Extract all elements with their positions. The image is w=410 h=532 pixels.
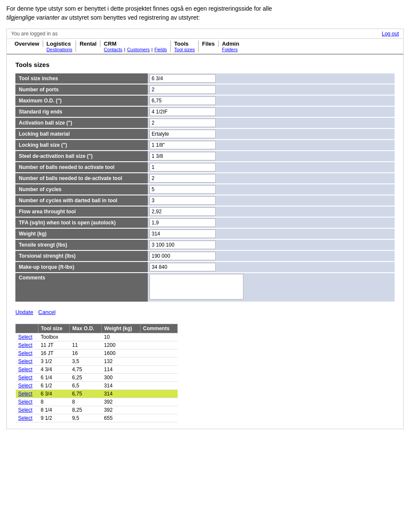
nav-overview-label[interactable]: Overview <box>15 41 39 47</box>
form-label: Number of ports <box>15 84 148 95</box>
select-link[interactable]: Select <box>18 383 32 389</box>
select-link[interactable]: Select <box>18 350 32 356</box>
form-input[interactable] <box>149 174 216 183</box>
list-comments <box>140 414 177 422</box>
list-select-cell: Select <box>16 341 38 349</box>
form-input[interactable] <box>149 152 216 160</box>
form-label: Locking ball size (") <box>15 140 148 151</box>
list-comments <box>140 366 177 374</box>
form-row: Flow area throught tool <box>15 206 395 217</box>
form-input[interactable] <box>149 185 216 194</box>
app-container: You are logged in as Log out Overview Lo… <box>6 29 404 429</box>
form-row: Locking ball size (") <box>15 140 395 151</box>
nav-crm-contacts[interactable]: Contacts <box>104 47 122 52</box>
list-item: Select6 3/46,75314 <box>16 390 178 398</box>
list-weight: 114 <box>102 366 141 374</box>
list-select-cell: Select <box>16 398 38 406</box>
form-input[interactable] <box>149 141 216 149</box>
form-value-cell <box>148 84 395 95</box>
list-weight: 300 <box>102 374 141 382</box>
list-tool-size: Toolbox <box>38 333 70 341</box>
nav-tools-label[interactable]: Tools <box>174 41 189 47</box>
col-comments: Comments <box>140 324 177 333</box>
nav-crm-label[interactable]: CRM <box>104 41 117 47</box>
form-input[interactable] <box>149 252 216 260</box>
select-link[interactable]: Select <box>18 391 32 397</box>
form-value-cell <box>148 184 395 195</box>
form-input[interactable] <box>149 108 216 116</box>
cancel-link[interactable]: Cancel <box>38 309 56 315</box>
form-input[interactable] <box>149 263 216 271</box>
form-row: Activation ball size (") <box>15 117 395 128</box>
form-label: Number of cycles with darted ball in too… <box>15 195 148 206</box>
select-link[interactable]: Select <box>18 358 32 364</box>
form-input[interactable] <box>149 163 216 172</box>
nav-crm-fields[interactable]: Fields <box>154 47 167 52</box>
form-input[interactable] <box>149 85 216 94</box>
form-input[interactable] <box>149 230 216 238</box>
list-weight: 1200 <box>102 341 141 349</box>
update-link[interactable]: Update <box>15 309 33 315</box>
form-input[interactable] <box>149 241 216 249</box>
form-input[interactable] <box>149 218 216 227</box>
nav-files-label[interactable]: Files <box>202 41 215 47</box>
select-link[interactable]: Select <box>18 407 32 413</box>
nav-crm: CRM Contacts | Customers | Fields <box>100 41 171 52</box>
nav-admin-folders[interactable]: Folders <box>222 47 238 52</box>
list-comments <box>140 333 177 341</box>
form-label: Tensile strengt (lbs) <box>15 239 148 250</box>
form-row: Number of balls needed to activate tool <box>15 162 395 173</box>
nav-logistics-subs: Destinations <box>47 47 73 52</box>
select-link[interactable]: Select <box>18 334 32 340</box>
nav-logistics-destinations[interactable]: Destinations <box>47 47 73 52</box>
form-label: Standard rig ends <box>15 106 148 117</box>
form-input[interactable] <box>149 119 216 127</box>
logout-link[interactable]: Log out <box>382 31 399 37</box>
comments-label: Comments <box>15 273 148 302</box>
action-links: Update Cancel <box>15 309 395 315</box>
form-row: Tool size inches <box>15 73 395 84</box>
form-value-cell <box>148 217 395 228</box>
list-max-od: 6,25 <box>70 374 102 382</box>
list-weight: 392 <box>102 398 141 406</box>
form-label: Maximum O.D. (") <box>15 95 148 106</box>
list-comments <box>140 374 177 382</box>
nav-rental[interactable]: Rental <box>76 41 100 47</box>
nav-logistics-label[interactable]: Logistics <box>47 41 71 47</box>
list-tool-size: 11 JT <box>38 341 70 349</box>
form-input[interactable] <box>149 96 216 105</box>
select-link[interactable]: Select <box>18 399 32 405</box>
list-max-od: 11 <box>70 341 102 349</box>
nav-rental-label[interactable]: Rental <box>79 41 97 47</box>
nav-tools-tool-sizes[interactable]: Tool sizes <box>174 47 195 52</box>
form-row: Standard rig ends <box>15 106 395 117</box>
list-item: Select4 3/44,75114 <box>16 366 178 374</box>
nav-files[interactable]: Files <box>199 41 219 47</box>
list-weight: 132 <box>102 358 141 366</box>
form-row: Maximum O.D. (") <box>15 95 395 106</box>
select-link[interactable]: Select <box>18 366 32 372</box>
comments-textarea[interactable] <box>149 274 243 299</box>
list-max-od: 16 <box>70 349 102 358</box>
nav-admin-label[interactable]: Admin <box>222 41 239 47</box>
list-weight: 655 <box>102 414 141 422</box>
list-comments <box>140 341 177 349</box>
select-link[interactable]: Select <box>18 415 32 421</box>
nav-crm-customers[interactable]: Customers <box>127 47 149 52</box>
form-input[interactable] <box>149 196 216 205</box>
form-input[interactable] <box>149 130 216 138</box>
form-value-cell <box>148 73 395 84</box>
select-link[interactable]: Select <box>18 342 32 348</box>
form-row: Number of cycles <box>15 184 395 195</box>
list-max-od <box>70 333 102 341</box>
form-input[interactable] <box>149 74 216 83</box>
top-bar: You are logged in as Log out <box>7 29 403 39</box>
form-input[interactable] <box>149 207 216 216</box>
list-item: Select3 1/23,5132 <box>16 358 178 366</box>
list-tool-size: 8 <box>38 398 70 406</box>
list-weight: 1600 <box>102 349 141 358</box>
form-value-cell <box>148 140 395 151</box>
form-row: Steel de-activation ball size (") <box>15 151 395 162</box>
select-link[interactable]: Select <box>18 375 32 381</box>
nav-overview[interactable]: Overview <box>11 41 43 47</box>
